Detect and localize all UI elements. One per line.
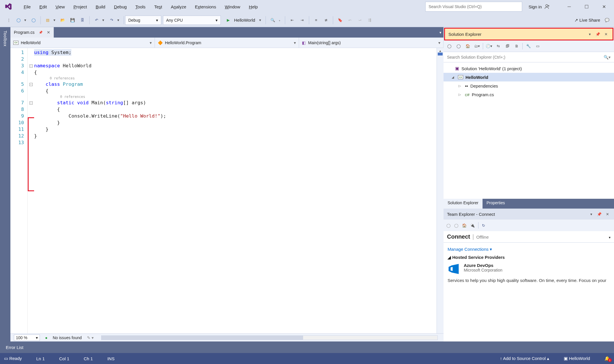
prev-bookmark-icon[interactable]: ⤺ [346,16,354,24]
menu-edit[interactable]: Edit [35,3,51,10]
feedback-icon[interactable]: 💬 [603,16,611,24]
tree-dependencies-node[interactable]: ▷▪▪Dependencies [444,81,614,90]
hscrollbar[interactable] [101,335,438,340]
te-home-icon[interactable]: 🏠 [462,223,467,228]
drag-handle-icon[interactable]: ⋮ [5,16,13,24]
redo-button[interactable]: ↷ [107,16,116,24]
config-combo[interactable]: Debug▾ [125,16,161,25]
te-connect-header: Connect|Offline▾ [444,231,614,243]
se-history-icon[interactable]: 🕘▾ [485,44,492,48]
te-refresh-icon[interactable]: ↻ [482,223,485,228]
menu-view[interactable]: View [51,3,69,10]
menu-project[interactable]: Project [69,3,91,10]
provider-azure-devops[interactable]: Azure DevOps Microsoft Corporation [448,263,610,275]
se-fwd-icon[interactable]: ◯ [455,44,462,48]
notifications-button[interactable]: 🔔1 [604,356,610,361]
source-control-button[interactable]: ↑ Add to Source Control ▴ [500,356,549,361]
chevron-down-icon[interactable]: ▾ [609,235,611,239]
te-fwd-icon[interactable]: ◯ [454,223,459,228]
panel-menu-button[interactable]: ▾ [587,32,593,36]
undo-button[interactable]: ↶ [92,16,101,24]
dependencies-icon: ▪▪ [465,83,468,88]
find-button[interactable]: 🔍 [269,16,277,24]
panel-close-button[interactable]: ✕ [603,32,609,36]
se-back-icon[interactable]: ◯ [446,44,453,48]
se-switch-icon[interactable]: 🗂▾ [474,44,481,48]
te-menu-button[interactable]: ▾ [588,212,594,216]
menu-test[interactable]: Test [150,3,166,10]
clear-bookmarks-icon[interactable]: ⇶ [366,16,374,24]
method-icon: ◧ [302,40,306,45]
vscroll-map[interactable]: ▴ [437,48,444,333]
toolbox-strip[interactable]: Toolbox [0,27,10,341]
error-list-tab[interactable]: Error List [0,341,614,353]
se-properties-icon[interactable]: 🔧 [525,44,532,48]
pin-icon[interactable]: 📌 [39,31,43,34]
bookmark-icon[interactable]: 🔖 [336,16,344,24]
tree-solution-node[interactable]: ▣Solution 'HelloWorld' (1 project) [444,64,614,73]
run-target-label[interactable]: HelloWorld [234,18,255,23]
solution-tree[interactable]: ▣Solution 'HelloWorld' (1 project) ◢C#He… [444,62,614,199]
hosted-providers-header[interactable]: ◢ Hosted Service Providers [448,255,610,260]
save-button[interactable]: 💾 [68,16,77,24]
codelens-method[interactable]: 0 references [34,94,437,99]
zoom-combo[interactable]: 100 %▾ [14,335,40,341]
maximize-button[interactable]: ☐ [582,2,591,11]
document-tab-program[interactable]: Program.cs 📌 ✕ [10,27,54,38]
status-ln[interactable]: Ln 1 [36,356,45,361]
status-col[interactable]: Col 1 [59,356,69,361]
se-sync-icon[interactable]: ⇆ [495,44,502,48]
panel-pin-button[interactable]: 📌 [595,32,601,36]
next-bookmark-icon[interactable]: ⤻ [356,16,364,24]
se-showall-icon[interactable]: 🗐 [504,44,511,48]
user-icon[interactable] [544,3,550,10]
nav-type-combo[interactable]: 🔶HelloWorld.Program▾ [155,38,299,48]
menu-window[interactable]: Window [221,3,244,10]
start-debug-button[interactable]: ▶ [224,16,232,24]
open-button[interactable]: 📂 [59,16,67,24]
se-refresh-icon[interactable]: 🗎 [513,44,520,48]
status-project[interactable]: ▣ HelloWorld [564,356,590,361]
menu-help[interactable]: Help [245,3,262,10]
close-button[interactable]: ✕ [600,2,608,11]
codelens-class[interactable]: 0 references [34,76,437,81]
tab-overflow-button[interactable]: ▾ [437,27,444,38]
se-search-input[interactable]: Search Solution Explorer (Ctrl+;) 🔍▾ [444,52,614,62]
health-icon[interactable]: ✎ ▾ [87,335,94,340]
menu-file[interactable]: File [20,3,35,10]
menu-analyze[interactable]: Analyze [167,3,190,10]
tree-project-node[interactable]: ◢C#HelloWorld [444,73,614,81]
menu-debug[interactable]: Debug [110,3,131,10]
nav-member-combo[interactable]: ◧Main(string[] args)▾ [299,38,444,48]
menu-build[interactable]: Build [92,3,109,10]
nav-back-button[interactable]: ◯ [14,16,23,24]
tab-properties[interactable]: Properties [483,199,509,209]
platform-combo[interactable]: Any CPU▾ [163,16,221,25]
se-preview-icon[interactable]: ▭ [534,44,541,48]
tab-solution-explorer[interactable]: Solution Explorer [444,199,483,209]
new-project-button[interactable]: ▧ [44,16,52,24]
status-ch[interactable]: Ch 1 [84,356,93,361]
te-pin-button[interactable]: 📌 [596,212,602,216]
save-all-button[interactable]: 🗄 [78,16,86,24]
te-close-button[interactable]: ✕ [604,212,611,216]
global-search-input[interactable]: Search Visual Studio (Ctrl+Q) [425,2,522,12]
menu-extensions[interactable]: Extensions [191,3,220,10]
se-home-icon[interactable]: 🏠 [464,44,471,48]
tree-file-node[interactable]: ▷c#Program.cs [444,90,614,99]
te-plug-icon[interactable]: 🔌 [470,223,475,228]
status-ins[interactable]: INS [107,356,114,361]
team-explorer-title: Team Explorer - Connect ▾ 📌 ✕ [444,209,614,220]
menu-tools[interactable]: Tools [131,3,150,10]
signin-link[interactable]: Sign in [528,4,542,9]
nav-scope-combo[interactable]: C#HelloWorld▾ [10,38,155,48]
te-back-icon[interactable]: ◯ [446,223,451,228]
toolbox-label: Toolbox [3,31,8,47]
code-editor[interactable]: 12345678910111213 − − − using System; na… [10,48,444,333]
live-share-button[interactable]: ↗ Live Share [574,18,600,23]
minimize-button[interactable]: ─ [565,2,574,11]
manage-connections-link[interactable]: Manage Connections [448,247,489,252]
tab-close-button[interactable]: ✕ [47,30,50,35]
class-icon: 🔶 [158,40,163,45]
nav-forward-button[interactable]: ◯ [29,16,38,24]
